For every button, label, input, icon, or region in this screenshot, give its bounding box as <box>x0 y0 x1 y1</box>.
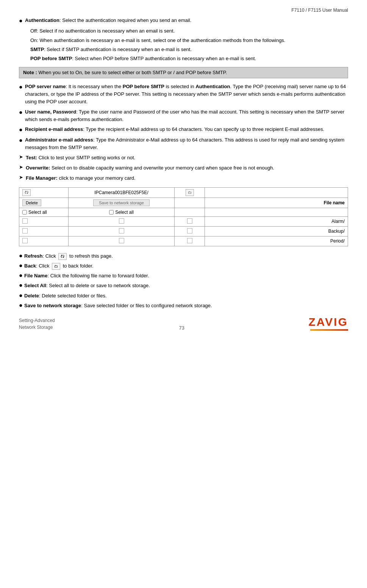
bullet-dot-admin: ● <box>19 136 25 151</box>
test-item: ➤ Test: Click to test your SMTP setting … <box>19 154 348 162</box>
row3-checkbox-mid[interactable] <box>119 238 124 243</box>
bottom-dot-selectall: ● <box>19 282 24 289</box>
bullet-dot-pop: ● <box>19 83 25 106</box>
auth-on: On: When authentication is necessary an … <box>19 37 348 44</box>
file-manager-label: File Manager: click to manage your memor… <box>26 174 348 182</box>
bottom-dot-filename: ● <box>19 272 24 279</box>
auth-smtp: SMTP: Select if SMTP authentication is n… <box>19 46 348 53</box>
page-footer: Setting-Advanced Network Storage 73 ZAVI… <box>0 316 367 331</box>
arrow-sym-fm: ➤ <box>19 174 26 182</box>
select-all-left-label[interactable]: Select all <box>22 210 65 215</box>
arrow-sym-test: ➤ <box>19 154 26 162</box>
fm-selectall-right-cell <box>175 208 205 216</box>
fm-camera-id-cell: IPCamera001BFE025F5E/ <box>69 187 175 198</box>
pop-server-content: POP server name: It is necessary when th… <box>25 83 348 106</box>
fm-row2-right-check <box>175 226 205 236</box>
auth-text: : Select the authentication required whe… <box>59 17 191 23</box>
fm-row2-left <box>19 226 69 236</box>
save-network-bullet: ● Save to network storage: Save selected… <box>19 302 348 310</box>
fm-row1-mid <box>69 216 175 226</box>
auth-pop: POP before SMTP: Select when POP before … <box>19 55 348 62</box>
row2-checkbox-mid[interactable] <box>119 228 124 233</box>
row3-checkbox-left[interactable] <box>22 238 28 243</box>
filename-bullet: ● File Name: Click the following file na… <box>19 272 348 280</box>
footer-line2: Network Storage <box>19 324 55 331</box>
fm-filename-header <box>205 187 348 198</box>
fm-row3-left <box>19 236 69 246</box>
arrow-sym-overwrite: ➤ <box>19 164 26 172</box>
back-icon[interactable]: 🗀 <box>186 189 194 196</box>
select-all-mid-label[interactable]: Select all <box>72 210 171 215</box>
bullet-dot: ● <box>19 17 25 25</box>
fm-save-cell: Save to network storage <box>69 198 175 208</box>
page-header: F7110 / F7115 User Manual <box>19 8 348 13</box>
admin-email-bullet: ● Administrator e-mail address: Type the… <box>19 136 348 151</box>
refresh-icon-inline: 🗘 <box>58 253 67 260</box>
fm-filename-label: File name <box>205 198 348 208</box>
file-manager-section: 🗘 IPCamera001BFE025F5E/ 🗀 Delete Save to… <box>19 187 348 246</box>
filename-content: File Name: Click the following file name… <box>24 272 348 280</box>
zavig-logo: ZAVIG <box>309 316 348 331</box>
fm-empty-cell1 <box>175 198 205 208</box>
row2-checkbox-left[interactable] <box>22 228 28 233</box>
file-manager-table: 🗘 IPCamera001BFE025F5E/ 🗀 Delete Save to… <box>19 187 348 246</box>
delete-bullet: ● Delete: Delete selected folder or file… <box>19 292 348 300</box>
username-bullet: ● User name, Password: Type the user nam… <box>19 108 348 123</box>
selectall-content: Select All: Select all to delete or save… <box>24 282 348 289</box>
footer-section-label: Setting-Advanced Network Storage <box>19 317 55 331</box>
row3-checkbox-right[interactable] <box>187 238 192 243</box>
bottom-dot-back: ● <box>19 262 24 269</box>
pop-server-bullet: ● POP server name: It is necessary when … <box>19 83 348 106</box>
row2-checkbox-right[interactable] <box>187 228 192 233</box>
note-box: Note : When you set to On, be sure to se… <box>19 67 348 78</box>
fm-icon-cell: 🗘 <box>19 187 69 198</box>
fm-actions-row: Delete Save to network storage File name <box>19 198 348 208</box>
select-all-mid-checkbox[interactable] <box>109 210 114 215</box>
refresh-icon[interactable]: 🗘 <box>22 189 31 196</box>
selectall-bullet: ● Select All: Select all to delete or sa… <box>19 282 348 289</box>
refresh-bullet: ● Refresh: Click 🗘 to refresh this page. <box>19 252 348 260</box>
back-bullet: ● Back: Click 🗀 to back folder. <box>19 262 348 270</box>
overwrite-content: Overwrite: Select on to disable capacity… <box>26 164 348 172</box>
bullet-dot-recipient: ● <box>19 126 25 134</box>
filename-col-header: File name <box>324 200 345 205</box>
fm-selectall-left-cell: Select all <box>19 208 69 216</box>
refresh-content: Refresh: Click 🗘 to refresh this page. <box>24 252 348 260</box>
bottom-dot-refresh: ● <box>19 252 24 259</box>
save-to-network-button[interactable]: Save to network storage <box>93 199 150 206</box>
camera-id: IPCamera001BFE025F5E/ <box>94 190 148 195</box>
fm-header-row: 🗘 IPCamera001BFE025F5E/ 🗀 <box>19 187 348 198</box>
note-text: When you set to On, be sure to select ei… <box>38 70 227 75</box>
auth-off: Off: Select if no authentication is nece… <box>19 27 348 35</box>
fm-folder-backup[interactable]: Backup/ <box>205 226 348 236</box>
fm-selectall-mid-cell: Select all <box>69 208 175 216</box>
fm-folder-alarm[interactable]: Alarm/ <box>205 216 348 226</box>
fm-row1-right-check <box>175 216 205 226</box>
auth-bullet: ● Authentication: Select the authenticat… <box>19 17 348 25</box>
bottom-section: ● Refresh: Click 🗘 to refresh this page.… <box>19 252 348 310</box>
page-number: 73 <box>179 325 184 331</box>
auth-content: Authentication: Select the authenticatio… <box>25 17 348 25</box>
select-all-left-checkbox[interactable] <box>22 210 27 215</box>
fm-row3-mid <box>69 236 175 246</box>
footer-line1: Setting-Advanced <box>19 317 55 324</box>
fm-folder-period[interactable]: Period/ <box>205 236 348 246</box>
fm-row3-right-check <box>175 236 205 246</box>
file-manager-item: ➤ File Manager: click to manage your mem… <box>19 174 348 182</box>
admin-email-content: Administrator e-mail address: Type the A… <box>25 136 348 151</box>
row1-checkbox-mid[interactable] <box>119 218 124 224</box>
fm-folder-alarm-cell <box>205 208 348 216</box>
delete-content: Delete: Delete selected folder or files. <box>24 292 348 300</box>
back-icon-inline: 🗀 <box>52 263 60 270</box>
delete-button[interactable]: Delete <box>22 199 41 206</box>
row1-checkbox-left[interactable] <box>22 218 28 224</box>
manual-title: F7110 / F7115 User Manual <box>292 8 348 13</box>
logo-text: ZAVIG <box>309 316 348 328</box>
row1-checkbox-right[interactable] <box>187 218 192 224</box>
fm-row2-mid <box>69 226 175 236</box>
back-content: Back: Click 🗀 to back folder. <box>24 262 348 270</box>
table-row: Alarm/ <box>19 216 348 226</box>
save-network-content: Save to network storage: Save selected f… <box>24 302 348 310</box>
auth-label: Authentication <box>25 17 59 23</box>
recipient-content: Recipient e-mail address: Type the recip… <box>25 126 348 134</box>
